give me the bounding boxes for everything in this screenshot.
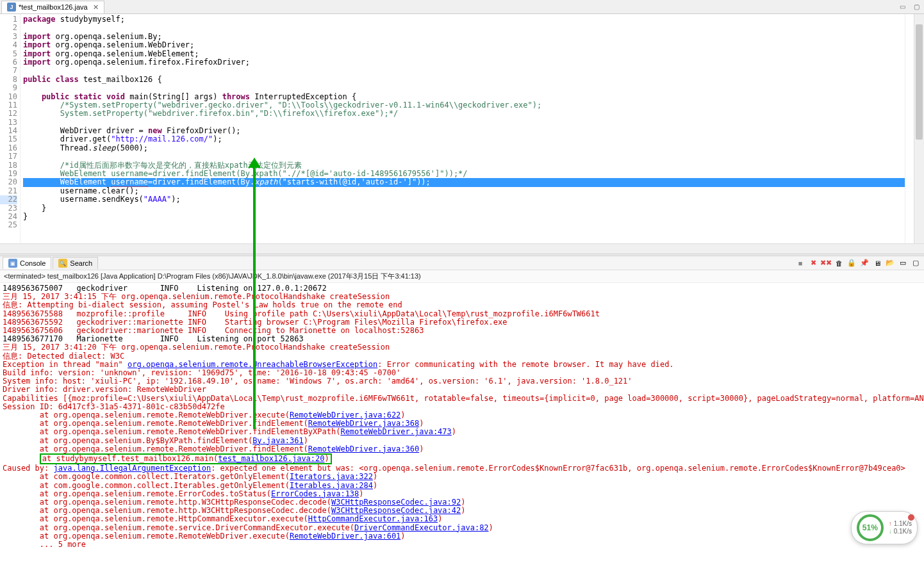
console-toolbar: ■ ✖ ✖✖ 🗑 🔒 📌 🖥 📂 ▭ ▢ — [795, 257, 921, 269]
scrollbar-thumb[interactable] — [916, 24, 923, 140]
scroll-lock-icon[interactable]: 🔒 — [846, 257, 857, 269]
console-icon: ▣ — [8, 259, 17, 268]
clear-console-icon[interactable]: 🗑 — [833, 257, 845, 269]
tab-console[interactable]: ▣ Console — [3, 257, 51, 269]
console-status: <terminated> test_mailbox126 [Java Appli… — [0, 270, 924, 283]
horizontal-scrollbar[interactable] — [0, 243, 924, 254]
download-speed: 0.1K/s — [889, 528, 912, 535]
close-icon[interactable]: ✕ — [93, 3, 99, 12]
console-output[interactable]: 1489563675007 geckodriver INFO Listening… — [0, 283, 924, 570]
tab-filename: *test_mailbox126.java — [19, 3, 88, 11]
tab-search-label: Search — [70, 259, 92, 267]
editor-tab-bar: J *test_mailbox126.java ✕ ▭ ▢ — [0, 0, 924, 14]
open-console-icon[interactable]: 📂 — [884, 257, 896, 269]
tab-console-label: Console — [20, 259, 45, 267]
terminate-icon[interactable]: ■ — [795, 257, 806, 269]
minimize-icon[interactable]: ▭ — [896, 1, 909, 12]
pin-console-icon[interactable]: 📌 — [859, 257, 870, 269]
remove-launch-icon[interactable]: ✖ — [807, 257, 819, 269]
max-icon[interactable]: ▢ — [910, 257, 921, 269]
code-editor[interactable]: 1234567891011121314151617181920212223242… — [0, 14, 924, 243]
vertical-scrollbar[interactable] — [914, 14, 924, 243]
upload-speed: 1.1K/s — [889, 520, 912, 528]
percent-circle: 51% — [857, 514, 884, 541]
remove-all-icon[interactable]: ✖✖ — [820, 257, 832, 269]
editor-controls: ▭ ▢ — [895, 0, 924, 13]
maximize-icon[interactable]: ▢ — [910, 1, 923, 12]
display-console-icon[interactable]: 🖥 — [871, 257, 883, 269]
min-icon[interactable]: ▭ — [897, 257, 909, 269]
console-header: ▣ Console 🔍 Search ■ ✖ ✖✖ 🗑 🔒 📌 🖥 📂 ▭ ▢ — [0, 256, 924, 270]
editor-tab[interactable]: J *test_mailbox126.java ✕ — [1, 1, 104, 13]
line-gutter: 1234567891011121314151617181920212223242… — [0, 14, 21, 243]
notification-dot[interactable] — [908, 514, 914, 521]
search-icon: 🔍 — [58, 259, 67, 268]
speed-readout: 1.1K/s 0.1K/s — [889, 520, 912, 535]
network-widget[interactable]: 51% 1.1K/s 0.1K/s — [851, 511, 918, 544]
code-body[interactable]: package studybymyself;import org.openqa.… — [21, 14, 905, 243]
java-file-icon: J — [7, 3, 16, 12]
overview-ruler — [905, 14, 914, 243]
tab-search[interactable]: 🔍 Search — [53, 257, 98, 269]
